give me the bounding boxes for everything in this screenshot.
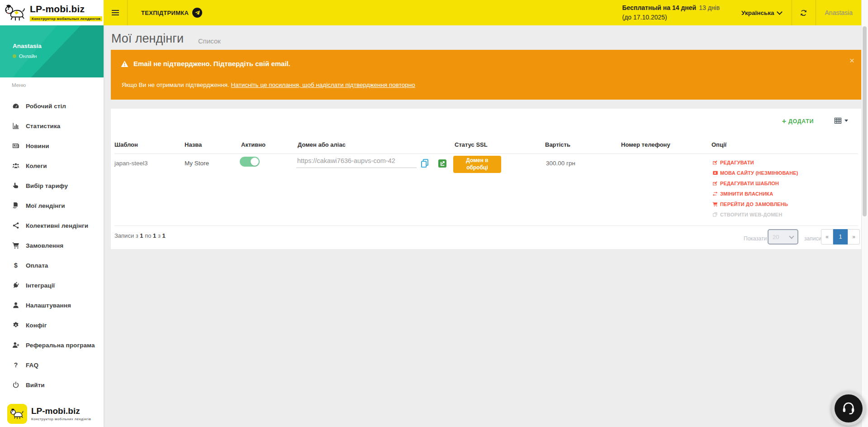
col-header-domain[interactable]: Домен або аліас	[298, 141, 346, 148]
prev-page-button[interactable]: «	[821, 229, 833, 245]
sidebar-item-news[interactable]: Новини	[0, 136, 104, 156]
sidebar-item-statistics[interactable]: Статистика	[0, 116, 104, 136]
top-bar: ТЕХПІДТРИМКА Бесплатный на 14 дней13 дні…	[104, 0, 862, 25]
records-summary: Записи з 1 по 1 з 1	[114, 232, 166, 239]
sidebar-user-panel: Anastasia Онлайн	[0, 25, 104, 77]
sidebar-footer-logo[interactable]: LP-mobi.biz Конструктор мобільних лендін…	[7, 404, 91, 424]
col-header-phone[interactable]: Номер телефону	[621, 141, 670, 148]
user-menu[interactable]: Anastasia	[816, 9, 862, 16]
row-template-cell: japan-steel3	[114, 160, 148, 167]
hamburger-menu-button[interactable]	[104, 0, 127, 25]
option-edit-link[interactable]: РЕДАГУВАТИ	[712, 157, 798, 168]
sidebar-item-config[interactable]: Конфіг	[0, 315, 104, 335]
trial-status: Бесплатный на 14 дней13 днів (до 17.10.2…	[622, 3, 720, 22]
app-logo[interactable]: LP-mobi.biz Конструктор мобильных лендин…	[0, 0, 104, 25]
sidebar-item-collective-landings[interactable]: Колективні лендінги	[0, 216, 104, 235]
language-selector[interactable]: Українська	[731, 0, 791, 25]
sidebar-item-label: Конфіг	[26, 322, 47, 329]
option-site-language-link[interactable]: МОВА САЙТУ (НЕЗМІНЮВАНЕ)	[712, 168, 798, 178]
ssl-status-badge: Домен в обробці	[453, 156, 501, 173]
footer-logo-subtitle: Конструктор мобільних лендінгів	[31, 417, 91, 421]
question-icon: ?	[12, 361, 19, 369]
sidebar-item-label: Вийти	[26, 382, 45, 389]
sidebar-item-payment[interactable]: $ Оплата	[0, 255, 104, 275]
col-header-price[interactable]: Вартість	[545, 141, 570, 148]
col-header-name[interactable]: Назва	[185, 141, 202, 148]
option-go-to-orders-link[interactable]: ПЕРЕЙТИ ДО ЗАМОВЛЕНЬ	[712, 199, 798, 209]
sidebar-item-logout[interactable]: Вийти	[0, 375, 104, 395]
row-options: РЕДАГУВАТИ МОВА САЙТУ (НЕЗМІНЮВАНЕ) РЕДА…	[712, 157, 798, 220]
domain-input[interactable]	[296, 154, 417, 168]
sidebar-item-label: Колеги	[26, 163, 47, 169]
col-header-template[interactable]: Шаблон	[114, 141, 138, 148]
page-1-button[interactable]: 1	[833, 229, 848, 245]
sidebar-item-referral[interactable]: Реферальна програма	[0, 335, 104, 355]
sidebar: Anastasia Онлайн Меню Робочий стіл Стати…	[0, 25, 104, 427]
row-name-cell: My Store	[185, 160, 209, 167]
resend-confirmation-link[interactable]: Натисніть це посилання, щоб надіслати пі…	[231, 82, 415, 88]
news-icon	[12, 142, 19, 149]
tech-support-link[interactable]: ТЕХПІДТРИМКА	[128, 8, 214, 18]
tech-support-label: ТЕХПІДТРИМКА	[141, 10, 189, 16]
active-toggle[interactable]	[240, 157, 260, 167]
sidebar-item-colleagues[interactable]: Колеги	[0, 156, 104, 176]
sidebar-item-faq[interactable]: ? FAQ	[0, 355, 104, 375]
sidebar-item-integrations[interactable]: Інтеграції	[0, 275, 104, 295]
share-icon	[12, 222, 19, 229]
sidebar-item-label: Реферальна програма	[26, 342, 95, 349]
headset-icon	[835, 394, 863, 422]
footer-logo-title: LP-mobi.biz	[31, 407, 91, 416]
vertical-scrollbar	[861, 0, 868, 427]
online-status-dot	[13, 54, 16, 58]
support-chat-widget[interactable]	[831, 391, 866, 426]
sidebar-item-dashboard[interactable]: Робочий стіл	[0, 96, 104, 116]
landings-table-card: + ДОДАТИ Шаблон Назва Активно Домен або …	[111, 109, 862, 249]
sidebar-item-label: Статистика	[26, 123, 60, 130]
exchange-icon	[712, 191, 718, 197]
sidebar-item-tariff[interactable]: Вибір тарифу	[0, 176, 104, 196]
sidebar-item-label: Колективні лендінги	[26, 222, 88, 229]
column-visibility-button[interactable]	[834, 117, 848, 125]
add-button-label: ДОДАТИ	[788, 118, 814, 125]
logo-title: LP-mobi.biz	[30, 4, 102, 14]
row-price-cell: 300.00 грн	[546, 160, 575, 167]
col-header-active[interactable]: Активно	[241, 141, 266, 148]
language-label: Українська	[741, 10, 774, 16]
user-plus-icon	[12, 341, 19, 349]
next-page-button[interactable]: »	[848, 229, 860, 245]
refresh-button[interactable]	[792, 0, 816, 25]
show-label: Показати	[744, 235, 767, 242]
header-divider	[114, 154, 858, 154]
refresh-icon	[800, 9, 807, 17]
add-landing-button[interactable]: + ДОДАТИ	[782, 118, 814, 125]
sidebar-item-label: Мої лендінги	[26, 202, 65, 209]
page-size-value: 20	[773, 234, 779, 240]
dashboard-icon	[12, 102, 19, 110]
user-icon	[12, 302, 19, 309]
col-header-ssl[interactable]: Статус SSL	[455, 141, 488, 148]
scrollbar-thumb[interactable]	[863, 26, 867, 216]
copy-domain-button[interactable]	[420, 158, 429, 168]
plug-icon	[12, 282, 19, 289]
col-header-options[interactable]: Опції	[711, 141, 726, 148]
close-icon[interactable]: ×	[849, 56, 854, 65]
logo-subtitle: Конструктор мобильных лендингов	[30, 16, 102, 21]
sidebar-item-my-landings[interactable]: Мої лендінги	[0, 196, 104, 216]
table-grid-icon	[834, 117, 842, 125]
sidebar-item-orders[interactable]: Замовлення	[0, 235, 104, 255]
trial-title: Бесплатный на 14 дней	[622, 4, 696, 11]
landings-icon	[12, 202, 19, 209]
dog-logo-icon	[7, 404, 27, 424]
chevron-down-icon	[844, 120, 848, 122]
open-site-button[interactable]	[438, 159, 446, 168]
page-size-select[interactable]: 20	[768, 229, 798, 245]
chevron-down-icon	[789, 234, 794, 239]
page-subtitle: Список	[198, 37, 221, 45]
option-edit-template-link[interactable]: РЕДАГУВАТИ ШАБЛОН	[712, 178, 798, 188]
sidebar-menu: Робочий стіл Статистика Новини Колеги Ви…	[0, 96, 104, 395]
sidebar-item-label: Замовлення	[26, 242, 63, 249]
dollar-icon: $	[12, 262, 19, 269]
stats-icon	[12, 122, 19, 130]
option-change-owner-link[interactable]: ЗМІНИТИ ВЛАСНИКА	[712, 188, 798, 199]
sidebar-item-settings[interactable]: Налаштування	[0, 295, 104, 315]
